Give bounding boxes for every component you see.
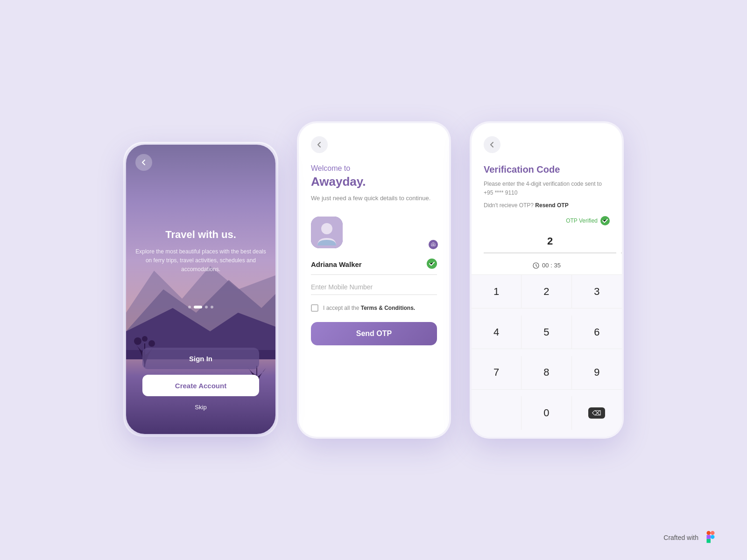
numpad-empty [472,396,521,430]
welcome-brand: Awayday. [311,175,437,189]
svg-rect-14 [711,531,715,535]
name-row [311,259,437,275]
footer: Crafted with [663,529,719,546]
timer-row: 00 : 35 [472,259,622,274]
numpad: 1 2 3 4 5 6 7 8 9 0 ⌫ [472,274,622,437]
terms-checkbox[interactable] [311,304,318,312]
dot-2-active [194,306,202,308]
footer-text: Crafted with [663,534,698,541]
phone1-title: Travel with us. [135,229,266,241]
numpad-8[interactable]: 8 [521,356,571,390]
numpad-0[interactable]: 0 [521,396,571,430]
svg-point-5 [148,340,155,347]
phone1-buttons: Sign In Create Account Skip [126,348,275,411]
terms-row: I accept all the Terms & Conditions. [311,304,437,312]
phone1-background: Travel with us. Explore the most beautif… [126,145,275,434]
phone3-back-button[interactable] [484,136,500,153]
svg-point-4 [134,337,141,345]
name-input[interactable] [311,260,427,268]
avatar [311,217,343,248]
create-account-button[interactable]: Create Account [142,375,259,396]
timer-display: 00 : 35 [542,262,561,269]
timer-icon [533,262,539,269]
svg-point-17 [711,535,715,539]
phone3-top: Verification Code Please enter the 4-dig… [472,123,622,216]
figma-icon [702,529,719,546]
svg-rect-16 [706,539,711,543]
svg-point-8 [321,223,332,234]
dot-4 [211,306,213,308]
send-otp-button[interactable]: Send OTP [311,322,437,345]
numpad-9[interactable]: 9 [572,356,622,390]
skip-button[interactable]: Skip [195,404,206,411]
mobile-row[interactable] [311,283,437,295]
numpad-1[interactable]: 1 [472,275,521,308]
svg-point-9 [433,244,434,245]
numpad-3[interactable]: 3 [572,275,622,308]
phone3-frame: Verification Code Please enter the 4-dig… [470,121,624,439]
svg-point-6 [142,336,148,342]
pagination-dots [188,306,213,308]
otp-input-1[interactable] [484,230,616,253]
name-verified-badge [427,259,437,271]
canvas: Travel with us. Explore the most beautif… [0,0,747,560]
camera-icon[interactable] [428,239,439,250]
svg-rect-13 [706,531,711,535]
terms-label: I accept all the Terms & Conditions. [323,305,415,311]
avatar-section [311,217,437,248]
phone2-frame: Welcome to Awayday. We just need a few q… [297,121,451,439]
phone1-back-button[interactable] [135,154,152,171]
phone3: Verification Code Please enter the 4-dig… [472,123,622,437]
phone1-subtitle: Explore the most beautiful places with t… [135,247,266,274]
otp-input-2[interactable] [621,230,622,253]
otp-verified-icon [600,216,610,225]
numpad-6[interactable]: 6 [572,315,622,349]
phone1-frame: Travel with us. Explore the most beautif… [123,142,278,437]
numpad-2[interactable]: 2 [521,275,571,308]
welcome-line1: Welcome to [311,164,437,173]
otp-title: Verification Code [484,164,610,175]
dot-1 [188,306,191,308]
signin-button[interactable]: Sign In [142,348,259,369]
svg-rect-15 [706,535,711,539]
phone1-content: Travel with us. Explore the most beautif… [126,229,275,274]
resend-row: Didn't recieve OTP? Resend OTP [484,202,610,209]
otp-inputs [472,230,622,253]
numpad-5[interactable]: 5 [521,315,571,349]
welcome-desc: We just need a few quick details to cont… [311,194,437,203]
phone2: Welcome to Awayday. We just need a few q… [299,123,449,437]
numpad-4[interactable]: 4 [472,315,521,349]
phone1: Travel with us. Explore the most beautif… [126,145,275,434]
dot-3 [205,306,208,308]
otp-desc: Please enter the 4-digit verification co… [484,180,610,197]
otp-verified-text: OTP Verified [566,217,598,224]
otp-verified-row: OTP Verified [472,216,622,225]
phone2-back-button[interactable] [311,136,328,153]
numpad-7[interactable]: 7 [472,356,521,390]
resend-otp-link[interactable]: Resend OTP [535,202,568,209]
mobile-input[interactable] [311,283,437,291]
numpad-delete[interactable]: ⌫ [572,396,622,430]
